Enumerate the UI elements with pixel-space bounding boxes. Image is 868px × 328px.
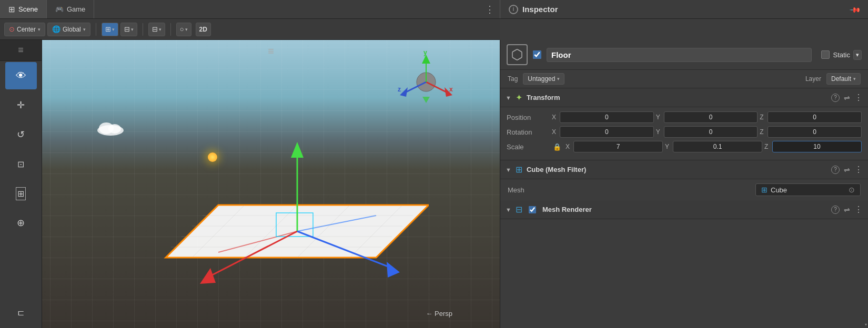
tab-more-button[interactable]: ⋮	[480, 0, 500, 18]
strip-icon: ≡	[18, 45, 24, 56]
tag-label: Tag	[508, 75, 518, 83]
sphere-button[interactable]: ○ ▾	[176, 23, 191, 36]
tag-dropdown[interactable]: Untagged ▾	[523, 73, 564, 85]
scale-z-field: Z	[764, 141, 862, 152]
grid-snap-button[interactable]: ⊞ ▾	[102, 23, 118, 36]
svg-text:z: z	[398, 86, 401, 93]
static-section: Static ▾	[821, 50, 862, 60]
scene-hamburger-menu[interactable]: ≡	[268, 45, 274, 57]
combined-transform-button[interactable]: ⊕	[5, 209, 37, 237]
scene-tab-label: Scene	[18, 5, 38, 13]
transform-menu-button[interactable]: ⋮	[854, 93, 863, 102]
global-dropdown[interactable]: 🌐 Global ▾	[47, 23, 90, 36]
game-tab-label: Game	[67, 5, 85, 13]
mesh-filter-section-header[interactable]: ▼ ⊞ Cube (Mesh Filter) ? ⇌ ⋮	[500, 160, 868, 179]
center-dropdown[interactable]: ⊙ Center ▾	[4, 23, 45, 36]
global-icon: 🌐	[52, 25, 60, 33]
position-y-input[interactable]	[664, 111, 758, 123]
mesh-renderer-active-checkbox[interactable]	[529, 206, 536, 213]
static-dropdown-button[interactable]: ▾	[853, 50, 862, 60]
viewport[interactable]: ≡	[42, 40, 500, 328]
mesh-renderer-help-button[interactable]: ?	[831, 206, 840, 214]
toolbar-separator-1	[96, 23, 96, 36]
main-layout: ≡ 👁 ✛ ↺ ⊡ ⊞ ⊕ ⊏	[0, 40, 868, 328]
rotation-y-input[interactable]	[664, 126, 758, 138]
position-x-label: X	[552, 114, 558, 121]
scale-x-input[interactable]	[573, 141, 663, 152]
layer-dropdown[interactable]: Default ▾	[826, 73, 861, 85]
tag-chevron: ▾	[557, 76, 560, 81]
scale-y-input[interactable]	[673, 141, 762, 152]
mesh-filter-section-actions: ? ⇌ ⋮	[831, 165, 863, 175]
rotation-x-label: X	[552, 128, 558, 136]
object-name-input[interactable]	[547, 48, 812, 62]
mesh-renderer-section-title: Mesh Renderer	[542, 206, 827, 213]
layer-chevron: ▾	[853, 76, 856, 81]
inspector-info-icon: i	[509, 5, 518, 14]
2d-button[interactable]: 2D	[196, 23, 211, 36]
rotation-y-field: Y	[656, 126, 758, 138]
rotate-icon: ↺	[17, 129, 25, 140]
svg-marker-16	[291, 142, 304, 158]
rotation-x-input[interactable]	[560, 126, 654, 138]
position-axis-group: X Y Z	[552, 111, 862, 123]
lines-button[interactable]: ⊟ ▾	[148, 23, 165, 36]
transform-settings-button[interactable]: ⇌	[844, 94, 850, 102]
mesh-row: Mesh ⊞ Cube ⊙	[500, 179, 868, 200]
mesh-filter-section-title: Cube (Mesh Filter)	[527, 166, 827, 173]
move-icon: ✛	[17, 99, 25, 111]
rotation-z-input[interactable]	[768, 126, 862, 138]
rotation-x-field: X	[552, 126, 654, 138]
game-tab-icon: 🎮	[55, 5, 64, 13]
static-checkbox[interactable]	[821, 50, 830, 59]
grid-button-2[interactable]: ⊟ ▾	[120, 23, 137, 36]
scale-lock-icon[interactable]: 🔒	[553, 143, 561, 151]
axis-gizmo-svg: x z y	[395, 50, 458, 114]
eye-icon: 👁	[16, 70, 26, 82]
scale-button[interactable]: ⊡	[5, 150, 37, 178]
tab-bar: ⊞ Scene 🎮 Game ⋮ i Inspector 📌	[0, 0, 868, 19]
object-active-checkbox[interactable]	[533, 50, 541, 59]
mesh-value-field[interactable]: ⊞ Cube ⊙	[755, 183, 861, 196]
mesh-filter-help-button[interactable]: ?	[831, 166, 840, 174]
mesh-filter-menu-button[interactable]: ⋮	[854, 165, 863, 175]
global-chevron: ▾	[83, 27, 86, 32]
position-x-input[interactable]	[560, 111, 654, 123]
mesh-renderer-settings-button[interactable]: ⇌	[844, 206, 850, 214]
mesh-renderer-menu-button[interactable]: ⋮	[854, 204, 863, 214]
rotate-button[interactable]: ↺	[5, 121, 37, 148]
grid-icon-2: ⊟	[124, 25, 130, 33]
mesh-target-button[interactable]: ⊙	[849, 186, 855, 194]
svg-marker-18	[200, 268, 216, 284]
scale-y-label: Y	[665, 143, 671, 150]
transform-help-button[interactable]: ?	[831, 94, 840, 102]
position-label: Position	[507, 114, 549, 121]
position-z-input[interactable]	[768, 111, 862, 123]
hierarchy-icon: ⊏	[17, 308, 24, 317]
position-y-label: Y	[656, 114, 662, 121]
scene-tab-icon: ⊞	[8, 5, 15, 14]
mesh-filter-section-icon: ⊞	[516, 165, 522, 175]
transform-fields: Position X Y Z	[500, 107, 868, 160]
transform-section-header[interactable]: ▼ ✦ Transform ? ⇌ ⋮	[500, 88, 868, 107]
scale-z-input[interactable]	[772, 141, 862, 152]
tag-layer-row: Tag Untagged ▾ Layer Default ▾	[500, 70, 868, 88]
transform-section-actions: ? ⇌ ⋮	[831, 93, 863, 102]
rect-button[interactable]: ⊞	[5, 180, 37, 207]
scene-panel: ≡	[42, 40, 500, 328]
object-type-icon: ▾	[507, 44, 528, 65]
inspector-pin-button[interactable]: 📌	[849, 3, 861, 15]
gizmo-overlay[interactable]: x z y	[395, 50, 458, 114]
mesh-filter-settings-button[interactable]: ⇌	[844, 166, 850, 174]
scale-x-field: X	[566, 141, 663, 152]
hierarchy-button[interactable]: ⊏	[5, 299, 37, 326]
mesh-renderer-section-header[interactable]: ▼ ⊟ Mesh Renderer ? ⇌ ⋮	[500, 200, 868, 219]
eye-button[interactable]: 👁	[5, 62, 37, 89]
position-y-field: Y	[656, 111, 758, 123]
mesh-renderer-section-icon: ⊟	[516, 204, 522, 214]
move-button[interactable]: ✛	[5, 91, 37, 119]
tab-scene[interactable]: ⊞ Scene	[0, 0, 47, 18]
static-label: Static	[833, 51, 850, 59]
tab-game[interactable]: 🎮 Game	[47, 0, 94, 18]
floor-plane-svg	[113, 110, 429, 294]
